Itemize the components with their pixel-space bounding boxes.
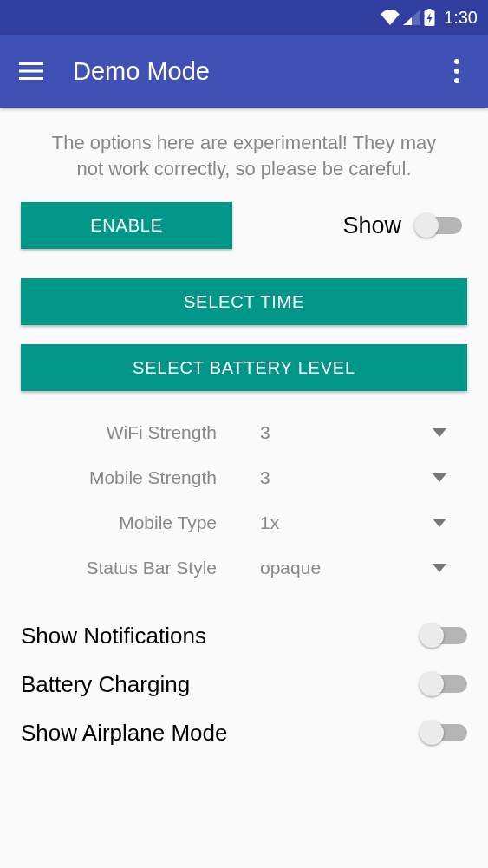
- status-bar-style-value: opaque: [260, 558, 321, 578]
- battery-charging-row: Battery Charging: [21, 660, 467, 708]
- wifi-strength-row: WiFi Strength 3: [21, 410, 467, 455]
- status-bar-clock: 1:30: [444, 8, 478, 28]
- show-toggle[interactable]: [417, 217, 462, 234]
- warning-text: The options here are experimental! They …: [36, 130, 452, 181]
- wifi-strength-value: 3: [260, 422, 270, 443]
- mobile-strength-value: 3: [260, 467, 270, 488]
- battery-charging-toggle[interactable]: [422, 675, 467, 693]
- show-airplane-mode-toggle[interactable]: [422, 724, 467, 741]
- show-label: Show: [342, 212, 401, 239]
- wifi-strength-dropdown[interactable]: 3: [227, 422, 460, 443]
- status-bar: 1:30: [0, 0, 488, 35]
- mobile-strength-dropdown[interactable]: 3: [227, 467, 460, 488]
- mobile-type-dropdown[interactable]: 1x: [227, 512, 460, 533]
- select-battery-level-button[interactable]: Select Battery Level: [21, 344, 467, 391]
- mobile-type-row: Mobile Type 1x: [21, 500, 467, 545]
- chevron-down-icon: [433, 519, 446, 527]
- wifi-icon: [381, 10, 400, 25]
- show-notifications-toggle[interactable]: [422, 627, 467, 644]
- mobile-strength-row: Mobile Strength 3: [21, 455, 467, 500]
- enable-button[interactable]: Enable: [21, 202, 232, 249]
- app-bar: Demo Mode: [0, 35, 488, 108]
- status-bar-style-row: Status Bar Style opaque: [21, 545, 467, 591]
- chevron-down-icon: [433, 473, 446, 482]
- select-time-button[interactable]: Select Time: [21, 278, 467, 325]
- status-bar-style-dropdown[interactable]: opaque: [227, 558, 460, 578]
- cellular-icon: [403, 10, 420, 25]
- show-notifications-label: Show Notifications: [21, 623, 206, 649]
- chevron-down-icon: [433, 428, 446, 437]
- svg-rect-4: [19, 77, 43, 80]
- svg-rect-3: [19, 70, 43, 73]
- mobile-type-value: 1x: [260, 512, 279, 533]
- battery-charging-icon: [424, 9, 435, 26]
- page-title: Demo Mode: [73, 57, 441, 86]
- wifi-strength-label: WiFi Strength: [28, 422, 227, 443]
- content-area: The options here are experimental! They …: [0, 108, 488, 773]
- show-airplane-mode-label: Show Airplane Mode: [21, 720, 227, 747]
- show-airplane-mode-row: Show Airplane Mode: [21, 708, 467, 757]
- status-bar-style-label: Status Bar Style: [28, 558, 227, 578]
- chevron-down-icon: [433, 564, 446, 572]
- show-notifications-row: Show Notifications: [21, 611, 467, 660]
- mobile-strength-label: Mobile Strength: [28, 467, 227, 488]
- mobile-type-label: Mobile Type: [28, 512, 227, 533]
- hamburger-menu-icon[interactable]: [16, 55, 47, 87]
- svg-rect-2: [19, 62, 43, 65]
- overflow-menu-icon[interactable]: [441, 55, 472, 87]
- svg-rect-1: [428, 9, 432, 11]
- battery-charging-label: Battery Charging: [21, 671, 190, 698]
